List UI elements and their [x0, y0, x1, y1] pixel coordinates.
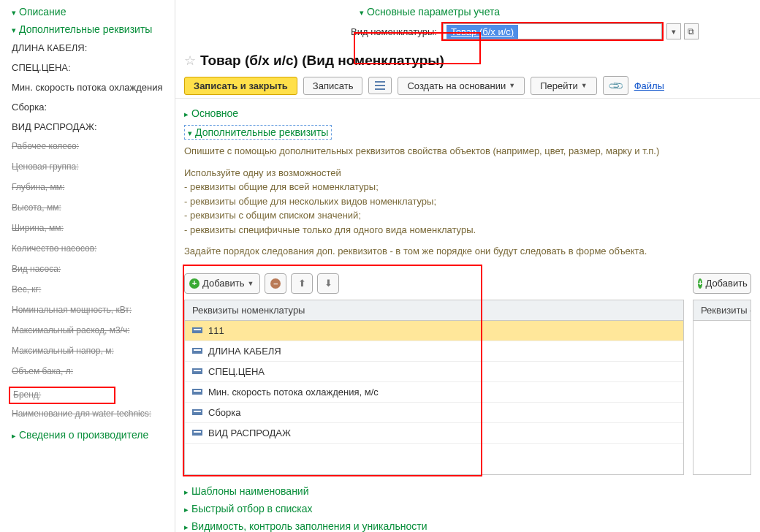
row-label: 111	[208, 325, 224, 336]
attach-button[interactable]: 📎	[603, 76, 628, 95]
hint-describe: Опишите с помощью дополнительных реквизи…	[184, 144, 751, 159]
row-label: Сборка	[208, 407, 241, 418]
section-main-params[interactable]: ▾Основные параметры учета	[360, 6, 500, 18]
section-manufacturer-label: Сведения о производителе	[19, 429, 148, 441]
list-view-button[interactable]	[368, 77, 392, 94]
table-row[interactable]: ВИД РАСПРОДАЖ	[185, 423, 683, 444]
paperclip-icon: 📎	[607, 77, 623, 94]
chevron-right-icon: ▸	[184, 110, 189, 118]
move-up-button[interactable]: ⬆	[291, 273, 313, 294]
section-main-params-label: Основные параметры учета	[367, 6, 500, 18]
section-visibility[interactable]: ▸Видимость, контроль заполнения и уникал…	[184, 520, 751, 532]
add-button-right[interactable]: + Добавить	[693, 273, 751, 294]
field-cooling-speed: Мин. скорость потока охлаждения	[12, 82, 169, 93]
strike-weight: Вес, кг:	[12, 284, 169, 294]
goto-button[interactable]: Перейти ▼	[531, 77, 596, 95]
row-label: Мин. скорость потока охлаждения, м/с	[208, 387, 379, 398]
row-label: СПЕЦ.ЦЕНА	[208, 366, 265, 377]
strike-tank-volume: Объем бака, л:	[12, 366, 169, 376]
strike-price-group: Ценовая группа:	[12, 162, 169, 172]
section-main[interactable]: ▸Основное	[184, 107, 751, 119]
strike-max-flow: Максимальный расход, м3/ч:	[12, 325, 169, 335]
property-icon	[192, 389, 202, 395]
strike-depth: Глубина, мм:	[12, 182, 169, 192]
section-extra-props-label: Дополнительные реквизиты	[19, 23, 152, 35]
opt-specific: - реквизиты специфичные только для одног…	[184, 223, 751, 238]
table-row[interactable]: СПЕЦ.ЦЕНА	[185, 362, 683, 382]
section-quick-filter[interactable]: ▸Быстрый отбор в списках	[184, 503, 751, 514]
row-label: ДЛИНА КАБЕЛЯ	[208, 346, 281, 357]
nomenclature-input[interactable]: Товар (б/х и/с)	[443, 23, 662, 39]
write-close-button[interactable]: Записать и закрыть	[184, 77, 297, 95]
strike-max-head: Максимальный напор, м:	[12, 346, 169, 356]
section-quick-filter-label: Быстрый отбор в списках	[191, 503, 313, 514]
table-row[interactable]: Сборка	[185, 403, 683, 423]
plus-icon: +	[189, 278, 200, 289]
chevron-down-icon: ▾	[188, 129, 192, 137]
section-extra-props[interactable]: ▾Дополнительные реквизиты	[12, 23, 169, 35]
section-main-label: Основное	[191, 107, 238, 119]
chevron-right-icon: ▸	[12, 431, 16, 440]
hint-use-one: Используйте одну из возможностей	[184, 166, 751, 180]
nomenclature-value: Товар (б/х и/с)	[446, 25, 518, 39]
strike-height: Высота, мм:	[12, 202, 169, 213]
create-on-button[interactable]: Создать на основании ▼	[398, 77, 525, 95]
field-cable-length: ДЛИНА КАБЕЛЯ:	[12, 42, 169, 53]
add-label: Добавить	[202, 278, 244, 289]
chevron-down-icon: ▾	[12, 8, 16, 17]
table-row[interactable]: ДЛИНА КАБЕЛЯ	[185, 341, 683, 362]
files-link[interactable]: Файлы	[634, 80, 664, 91]
highlight-nomenclature: Товар (б/х и/с)	[441, 22, 664, 41]
grid-header: Реквизиты номенклатуры	[185, 300, 683, 321]
highlight-brand: Бренд:	[9, 387, 115, 404]
remove-button[interactable]: –	[265, 273, 286, 294]
goto-label: Перейти	[540, 80, 578, 91]
section-extra-header[interactable]: ▾Дополнительные реквизиты	[184, 125, 332, 140]
dropdown-button[interactable]: ▾	[666, 23, 681, 39]
property-icon	[192, 430, 202, 436]
section-visibility-label: Видимость, контроль заполнения и уникаль…	[191, 520, 428, 532]
section-templates[interactable]: ▸Шаблоны наименований	[184, 485, 751, 497]
section-description-label: Описание	[19, 6, 66, 18]
opt-common-all: - реквизиты общие для всей номенклатуры;	[184, 180, 751, 194]
chevron-down-icon: ▼	[509, 82, 515, 89]
open-button[interactable]: ⧉	[684, 23, 699, 39]
chevron-down-icon: ▼	[581, 82, 588, 89]
chevron-right-icon: ▸	[184, 487, 189, 496]
property-icon	[192, 327, 202, 333]
move-down-button[interactable]: ⬇	[317, 273, 339, 294]
strike-nominal-power: Номинальная мощность, кВт:	[12, 305, 169, 315]
create-on-label: Создать на основании	[407, 80, 506, 91]
arrow-down-icon: ⬇	[324, 278, 332, 289]
table-row[interactable]: 111	[185, 321, 683, 341]
strike-pump-type: Вид насоса:	[12, 264, 169, 274]
minus-icon: –	[270, 278, 281, 289]
nomenclature-label: Вид номенклатуры:	[351, 26, 437, 37]
opt-common-several: - реквизиты общие для нескольких видов н…	[184, 194, 751, 209]
section-manufacturer[interactable]: ▸Сведения о производителе	[12, 429, 169, 441]
field-assembly: Сборка:	[12, 102, 169, 113]
section-extra-label: Дополнительные реквизиты	[195, 126, 328, 138]
strike-pump-count: Количество насосов:	[12, 243, 169, 254]
property-icon	[192, 348, 202, 354]
table-row[interactable]: Мин. скорость потока охлаждения, м/с	[185, 382, 683, 403]
arrow-up-icon: ⬆	[298, 278, 306, 289]
star-icon[interactable]: ☆	[184, 53, 196, 69]
chevron-right-icon: ▸	[184, 505, 189, 514]
strike-width: Ширина, мм:	[12, 223, 169, 233]
chevron-down-icon: ▾	[12, 26, 16, 34]
section-description[interactable]: ▾Описание	[12, 6, 169, 18]
plus-icon: +	[698, 278, 702, 289]
field-sale-type: ВИД РАСПРОДАЖ:	[12, 121, 169, 132]
field-spec-price: СПЕЦ.ЦЕНА:	[12, 62, 169, 73]
chevron-right-icon: ▸	[184, 522, 189, 531]
row-label: ВИД РАСПРОДАЖ	[208, 428, 291, 438]
chevron-down-icon: ▼	[247, 280, 254, 287]
section-templates-label: Шаблоны наименований	[191, 485, 309, 497]
strike-brand: Бренд:	[13, 390, 41, 400]
add-button[interactable]: + Добавить ▼	[184, 273, 260, 294]
chevron-down-icon: ▾	[360, 8, 364, 17]
list-icon	[375, 80, 385, 91]
strike-wt-name: Наименование для water-technics:	[12, 408, 169, 419]
write-button[interactable]: Записать	[303, 77, 363, 95]
